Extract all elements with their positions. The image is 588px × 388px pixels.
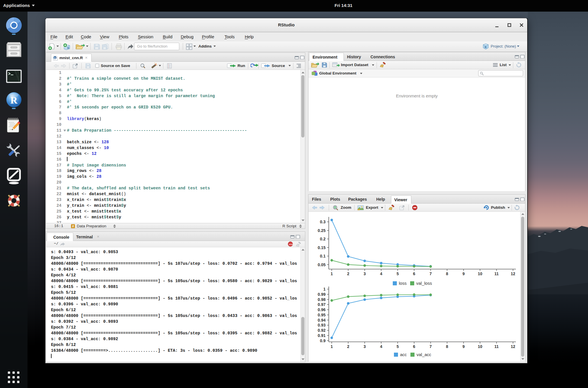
svg-text:10: 10 [478,344,483,349]
svg-text:2: 2 [347,344,349,349]
svg-text:val_loss: val_loss [416,281,432,286]
svg-text:R: R [54,57,56,59]
svg-text:11: 11 [494,344,499,349]
svg-text:0.05: 0.05 [318,262,326,267]
svg-text:1: 1 [330,344,333,349]
svg-text:6: 6 [413,271,415,276]
svg-text:0.2: 0.2 [320,237,326,241]
svg-text:11: 11 [494,271,499,276]
svg-text:1: 1 [323,287,326,291]
svg-text:0.94: 0.94 [318,318,326,322]
svg-text:0.99: 0.99 [318,292,326,297]
svg-text:val_acc: val_acc [417,352,431,357]
svg-text:0.91: 0.91 [318,333,326,338]
svg-text:5: 5 [397,271,399,276]
svg-text:8: 8 [446,271,448,276]
svg-text:1: 1 [330,271,333,276]
svg-text:loss: loss [399,281,407,286]
svg-text:R: R [67,46,70,50]
svg-text:0.1: 0.1 [320,254,326,258]
svg-text:R: R [485,46,487,49]
svg-text:7: 7 [430,271,432,276]
svg-text:10: 10 [478,271,483,276]
svg-text:4: 4 [380,344,382,349]
svg-text:9: 9 [463,271,465,276]
svg-text:0.96: 0.96 [318,307,326,312]
svg-text:9: 9 [463,344,465,349]
svg-text:0.98: 0.98 [318,297,326,302]
svg-text:12: 12 [511,271,515,276]
svg-text:0.9: 0.9 [320,338,326,343]
svg-text:3: 3 [364,271,366,276]
svg-text:0.93: 0.93 [318,323,326,327]
svg-text:0.15: 0.15 [318,245,326,250]
svg-text:0.3: 0.3 [320,220,326,224]
svg-text:0.97: 0.97 [318,302,326,307]
svg-text:3: 3 [364,344,366,349]
svg-text:0.95: 0.95 [318,313,326,317]
svg-text:6: 6 [413,344,415,349]
svg-text:5: 5 [397,344,399,349]
svg-text:0.92: 0.92 [318,328,326,333]
svg-text:7: 7 [430,344,432,349]
svg-text:4: 4 [380,271,382,276]
svg-text:0.25: 0.25 [318,228,326,233]
svg-text:8: 8 [446,344,448,349]
svg-text:R: R [10,95,18,106]
svg-text:acc: acc [400,352,407,357]
svg-text:2: 2 [347,271,349,276]
svg-text:12: 12 [511,344,515,349]
